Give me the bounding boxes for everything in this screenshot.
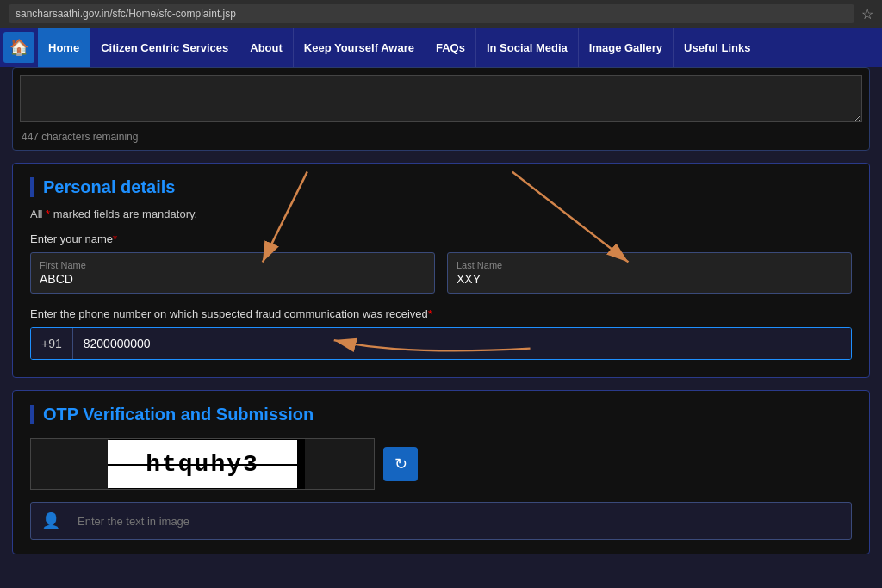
first-name-field[interactable]: First Name ABCD	[30, 252, 435, 294]
captcha-text: htquhy3	[146, 451, 259, 478]
captcha-input-row: 👤	[30, 502, 852, 540]
top-textarea-section: 447 characters remaining	[12, 67, 870, 151]
browser-url[interactable]: sancharsaathi.gov.in/sfc/Home/sfc-compla…	[9, 4, 854, 23]
home-icon[interactable]: 🏠	[3, 32, 34, 63]
nav-item-citizen[interactable]: Citizen Centric Services	[90, 28, 239, 67]
first-name-value: ABCD	[40, 272, 425, 286]
last-name-value: XXY	[457, 272, 842, 286]
nav-item-about[interactable]: About	[239, 28, 294, 67]
main-content: 447 characters remaining Pe	[0, 67, 882, 566]
name-row: First Name ABCD Last Name XXY	[30, 252, 852, 294]
mandatory-note: All * marked fields are mandatory.	[30, 207, 852, 220]
nav-item-social[interactable]: In Social Media	[476, 28, 579, 67]
captcha-text-input[interactable]	[71, 506, 851, 536]
refresh-icon: ↻	[394, 455, 407, 473]
otp-title: OTP Verification and Submission	[30, 405, 852, 424]
nav-item-gallery[interactable]: Image Gallery	[579, 28, 674, 67]
browser-bar: sancharsaathi.gov.in/sfc/Home/sfc-compla…	[0, 0, 882, 28]
person-icon: 👤	[31, 503, 71, 539]
captcha-text-image: htquhy3	[108, 440, 297, 488]
otp-section: OTP Verification and Submission htquhy3 …	[12, 390, 870, 554]
last-name-placeholder: Last Name	[457, 260, 842, 270]
last-name-field[interactable]: Last Name XXY	[447, 252, 852, 294]
phone-field-label: Enter the phone number on which suspecte…	[30, 307, 852, 320]
nav-item-keep-aware[interactable]: Keep Yourself Aware	[294, 28, 425, 67]
char-remaining: 447 characters remaining	[20, 131, 862, 143]
phone-row: +91	[30, 327, 852, 360]
name-field-label: Enter your name*	[30, 232, 852, 245]
phone-prefix: +91	[31, 328, 73, 359]
captcha-dark-right	[305, 439, 374, 489]
nav-item-home[interactable]: Home	[38, 28, 90, 67]
first-name-placeholder: First Name	[40, 260, 425, 270]
personal-details-title: Personal details	[30, 177, 852, 197]
navbar: 🏠 Home Citizen Centric Services About Ke…	[0, 28, 882, 67]
phone-input[interactable]	[73, 328, 851, 359]
nav-item-faqs[interactable]: FAQs	[425, 28, 476, 67]
refresh-captcha-button[interactable]: ↻	[383, 447, 418, 481]
star-icon[interactable]: ☆	[861, 6, 873, 22]
nav-item-links[interactable]: Useful Links	[674, 28, 761, 67]
captcha-row: htquhy3 ↻	[30, 438, 852, 490]
captcha-dark-left	[31, 439, 109, 489]
captcha-image-box: htquhy3	[30, 438, 375, 490]
description-textarea[interactable]	[20, 75, 862, 122]
personal-details-section: Personal details All * marked fields are…	[12, 163, 870, 378]
